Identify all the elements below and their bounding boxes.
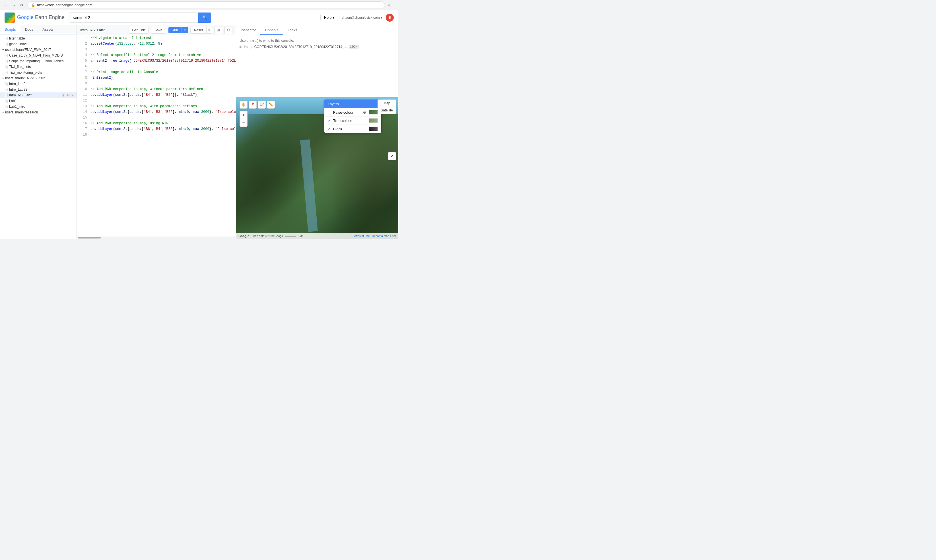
list-item[interactable]: ▾ users/shaun/research — [0, 109, 77, 115]
list-item[interactable]: 📄 Tiwi_fire_plots — [0, 64, 77, 70]
sidebar-tab-scripts[interactable]: Scripts — [0, 25, 20, 34]
list-item[interactable]: 📄 Intro_Lab22 — [0, 87, 77, 92]
sidebar-tab-docs[interactable]: Docs — [20, 25, 38, 34]
reset-button[interactable]: Reset — [190, 27, 207, 34]
list-item[interactable]: 📄 Tiwi_monitoring_plots — [0, 70, 77, 75]
file-action-delete[interactable]: ✕ — [70, 94, 74, 97]
layer-item: ✓ False-colour ⚙ — [324, 108, 381, 117]
tab-tasks[interactable]: Tasks — [283, 26, 302, 35]
search-button[interactable]: 🔍 — [198, 12, 211, 23]
expand-arrow-icon[interactable]: ▶ — [239, 45, 242, 49]
list-item[interactable]: 📄 Intro_Lab2 — [0, 81, 77, 87]
hand-tool-button[interactable]: ✋ — [239, 101, 248, 109]
list-item[interactable]: 📄 Case_study_5_NDVI_from_MODIS — [0, 52, 77, 58]
run-dropdown[interactable]: ▾ — [182, 27, 188, 33]
marker-tool-button[interactable]: 📍 — [249, 101, 257, 109]
file-icon: 📄 — [5, 105, 8, 108]
logo-area: G Google Earth Engine — [5, 12, 65, 23]
back-button[interactable]: ← — [2, 2, 9, 9]
app-header: G Google Earth Engine 🔍 Help ▾ shaun@sha… — [0, 10, 398, 25]
layer-checkbox-black[interactable]: ✓ — [328, 127, 331, 131]
fullextent-button[interactable]: ⤢ — [388, 152, 396, 160]
file-icon: 📄 — [5, 100, 8, 103]
layer-item: ✓ True-colour — [324, 117, 381, 125]
list-item[interactable]: ▾ users/shaun/ENV202_502 — [0, 75, 77, 81]
file-action-edit[interactable]: ✎ — [66, 94, 70, 97]
settings-button[interactable]: ⚙ — [225, 26, 233, 34]
horizontal-scrollbar[interactable] — [77, 237, 236, 239]
user-email[interactable]: shaun@shaunlevick.com ▾ — [342, 15, 382, 20]
layer-item: ✓ Black — [324, 125, 381, 133]
map-type-map-button[interactable]: Map — [378, 100, 396, 106]
code-editor-area: Intro_RS_Lab2 Get Link Save Run ▾ Reset … — [77, 25, 236, 239]
list-item[interactable]: 📄 Lab1_intro — [0, 104, 77, 109]
star-icon[interactable]: ☆ — [387, 3, 391, 8]
scale-label: 1 km — [297, 234, 304, 238]
editor-tab-label: Intro_RS_Lab2 — [80, 28, 105, 32]
scale-bar: Map data ©2019 Google 1 km — [253, 234, 304, 238]
search-input[interactable] — [73, 15, 196, 20]
run-button[interactable]: Run — [168, 27, 182, 33]
scale-line — [285, 235, 296, 237]
file-action-copy[interactable]: ⎘ — [62, 94, 65, 97]
console-entry-text: Image COPERNICUS/S2/20180422T012719_2018… — [244, 45, 347, 49]
list-item[interactable]: 📄 Script_for_importing_Fusion_Tables — [0, 58, 77, 64]
file-icon: 📄 — [5, 65, 8, 69]
address-bar[interactable]: 🔒 https://code.earthengine.google.com — [27, 2, 385, 9]
file-icon: 📄 — [5, 60, 8, 63]
code-line: 9 — [77, 81, 236, 86]
sidebar-content: 📄 filter_table 📄 global+ndvi ▾ users/sha… — [0, 34, 77, 239]
draw-tool-button[interactable]: ✏️ — [267, 101, 275, 109]
map-controls: ✋ 📍 📈 ✏️ + − — [239, 101, 275, 127]
sidebar-tab-assets[interactable]: Assets — [38, 25, 58, 34]
reload-button[interactable]: ↻ — [18, 2, 25, 9]
folder-expand-icon: ▾ — [2, 48, 4, 52]
zoom-in-button[interactable]: + — [239, 111, 248, 119]
sidebar-tabs: Scripts Docs Assets — [0, 25, 77, 34]
file-icon: 📄 — [5, 43, 8, 46]
terms-of-use-link[interactable]: Terms of Use — [353, 234, 370, 238]
layer-name-black: Black — [333, 127, 367, 131]
chart-tool-button[interactable]: 📈 — [258, 101, 266, 109]
list-item[interactable]: ▾ users/shaun/ENV_EMM_2017 — [0, 47, 77, 52]
file-icon: 📄 — [5, 71, 8, 74]
map-type-satellite-button[interactable]: Satellite — [378, 106, 396, 114]
tab-console[interactable]: Console — [260, 26, 283, 35]
code-line: 4 // Select a specific Sentinel-2 image … — [77, 52, 236, 58]
json-badge[interactable]: JSON — [349, 45, 359, 49]
scrollbar-thumb[interactable] — [78, 237, 101, 238]
file-icon: 📄 — [5, 54, 8, 57]
report-map-error-link[interactable]: Report a map error — [372, 234, 396, 238]
code-editor[interactable]: 1 //Navigate to area of interest 2 ap.se… — [77, 35, 236, 237]
file-actions: ⎘ ✎ ✕ — [62, 94, 74, 97]
editor-toolbar: Intro_RS_Lab2 Get Link Save Run ▾ Reset … — [77, 25, 236, 35]
avatar[interactable]: S — [386, 14, 394, 22]
code-line: 3 — [77, 47, 236, 52]
reset-dropdown[interactable]: ▾ — [207, 27, 212, 34]
get-link-button[interactable]: Get Link — [129, 27, 149, 34]
help-button[interactable]: Help ▾ — [320, 14, 338, 21]
console-entry: ▶ Image COPERNICUS/S2/20180422T012719_20… — [239, 45, 395, 49]
right-panel: Inspector Console Tasks Use print(...) t… — [236, 25, 398, 239]
forward-button[interactable]: → — [10, 2, 17, 9]
menu-icon[interactable]: ⋮ — [392, 3, 396, 8]
layer-checkbox-false-colour[interactable]: ✓ — [328, 110, 331, 115]
save-button[interactable]: Save — [151, 27, 166, 34]
code-line: 8 rint(sent2); — [77, 75, 236, 81]
active-file-item[interactable]: 📄 Intro_RS_Lab2 ⎘ ✎ ✕ — [0, 92, 77, 98]
layers-panel: Layers ✓ False-colour ⚙ ✓ True-colour ✓ … — [324, 100, 381, 133]
code-line: 5 ar sent2 = ee.Image("COPERNICUS/S2/201… — [77, 58, 236, 64]
url-text: https://code.earthengine.google.com — [37, 3, 92, 7]
code-line: 6 — [77, 64, 236, 69]
list-item[interactable]: 📄 global+ndvi — [0, 41, 77, 47]
grid-button[interactable]: ⊞ — [214, 26, 222, 34]
zoom-out-button[interactable]: − — [239, 119, 248, 127]
tab-inspector[interactable]: Inspector — [236, 26, 260, 35]
console-tabs: Inspector Console Tasks — [236, 25, 398, 35]
layer-checkbox-true-colour[interactable]: ✓ — [328, 118, 331, 123]
file-icon: 📄 — [5, 94, 8, 97]
list-item[interactable]: 📄 Lab1 — [0, 98, 77, 104]
list-item[interactable]: 📄 filter_table — [0, 35, 77, 41]
map-data-label: Map data ©2019 Google — [253, 234, 284, 238]
layer-settings-icon[interactable]: ⚙ — [363, 110, 367, 115]
